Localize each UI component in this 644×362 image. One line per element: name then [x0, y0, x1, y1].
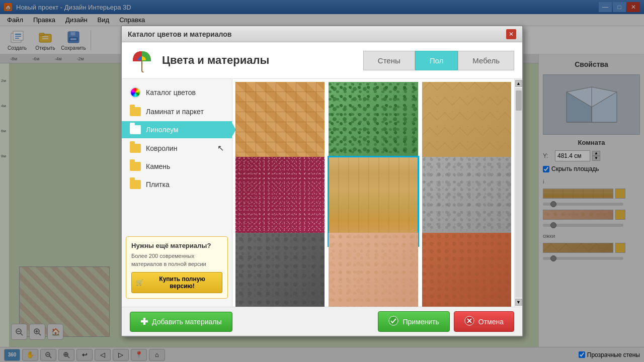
svg-point-35: [389, 316, 398, 325]
app-logo: [130, 48, 154, 72]
cursor-icon: ↖: [217, 143, 224, 153]
scroll-thumb[interactable]: [516, 90, 522, 111]
promo-button[interactable]: 🛒 Купить полную версию!: [131, 272, 222, 293]
sidebar-item-tile[interactable]: Плитка: [122, 176, 232, 193]
dialog-header: Цвета и материалы Стены Пол Мебель: [122, 42, 522, 79]
promo-text: Более 200 современных материалов в полно…: [131, 252, 222, 268]
plus-icon: ✚: [140, 316, 148, 327]
palette-icon: [130, 87, 141, 98]
apply-label: Применить: [403, 318, 439, 326]
dialog-footer: ✚ Добавить материалы Применить: [122, 307, 522, 336]
folder-icon-carpet: [130, 144, 141, 153]
sidebar-item-stone[interactable]: Камень: [122, 158, 232, 175]
material-peach[interactable]: [328, 232, 419, 307]
dialog-overlay: Каталог цветов и материалов ✕: [0, 0, 644, 362]
dialog-body: Каталог цветов Ламинат и паркет Линолеум…: [122, 79, 522, 307]
sidebar-item-laminate[interactable]: Ламинат и паркет: [122, 103, 232, 120]
scrollbar[interactable]: ▲ ▼: [514, 79, 522, 307]
material-rust[interactable]: [421, 232, 512, 307]
apply-button[interactable]: Применить: [378, 311, 449, 332]
dialog-titlebar: Каталог цветов и материалов ✕: [122, 26, 522, 42]
cart-icon: 🛒: [136, 279, 143, 286]
folder-icon-stone: [130, 162, 141, 171]
add-materials-label: Добавить материалы: [152, 318, 222, 326]
sidebar-item-carpet[interactable]: Ковролин ↖: [122, 139, 232, 157]
promo-button-label: Купить полную версию!: [146, 276, 218, 290]
sidebar-item-catalog[interactable]: Каталог цветов: [122, 83, 232, 102]
tab-furniture[interactable]: Мебель: [458, 51, 514, 70]
cancel-button[interactable]: Отмена: [454, 311, 514, 332]
promo-title: Нужны ещё материалы?: [131, 242, 222, 249]
scroll-track[interactable]: [515, 88, 522, 298]
material-grid: [232, 79, 514, 307]
check-icon: [388, 316, 398, 327]
cancel-label: Отмена: [478, 318, 504, 326]
x-icon: [464, 316, 474, 327]
tab-group: Стены Пол Мебель: [363, 51, 514, 70]
tab-floor[interactable]: Пол: [415, 51, 458, 70]
scroll-down[interactable]: ▼: [515, 299, 522, 306]
tab-walls[interactable]: Стены: [363, 51, 415, 70]
folder-icon-tile: [130, 180, 141, 189]
sidebar-item-linoleum[interactable]: Линолеум: [122, 121, 232, 138]
folder-icon-laminate: [130, 107, 141, 116]
material-dark-gray[interactable]: [234, 232, 326, 307]
materials-sidebar: Каталог цветов Ламинат и паркет Линолеум…: [122, 79, 232, 307]
scroll-up[interactable]: ▲: [515, 80, 522, 87]
promo-box: Нужны ещё материалы? Более 200 современн…: [126, 236, 228, 299]
folder-icon-linoleum: [130, 125, 141, 134]
dialog-title: Каталог цветов и материалов: [128, 30, 231, 38]
materials-dialog: Каталог цветов и материалов ✕: [121, 25, 523, 337]
grid-wrap: [232, 79, 514, 307]
dialog-close-button[interactable]: ✕: [506, 29, 516, 39]
dialog-main-title: Цвета и материалы: [162, 54, 269, 67]
add-materials-button[interactable]: ✚ Добавить материалы: [130, 312, 232, 332]
